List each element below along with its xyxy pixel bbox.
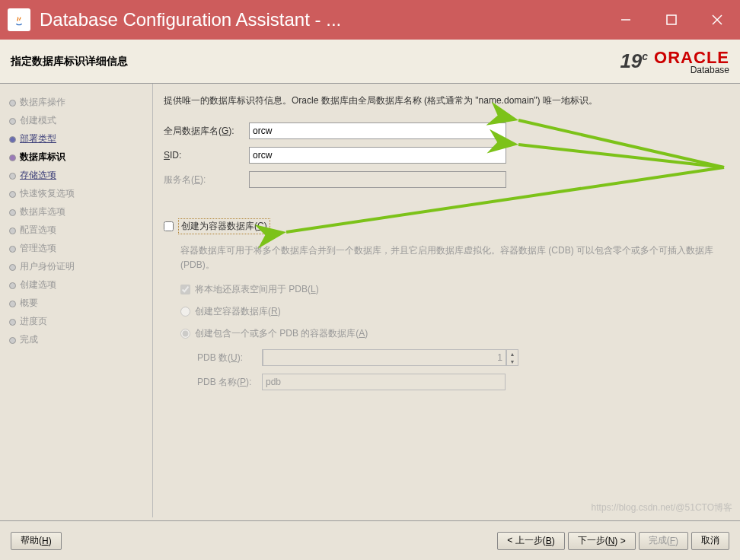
wizard-step-11: 概要 bbox=[8, 294, 148, 312]
container-description: 容器数据库可用于将多个数据库合并到一个数据库，并且它启用数据库虚拟化。容器数据库… bbox=[180, 243, 725, 272]
pdb-count-spinner: ▲▼ bbox=[262, 349, 518, 366]
local-undo-checkbox bbox=[180, 285, 190, 294]
pdb-count-input bbox=[263, 349, 506, 366]
global-db-input[interactable] bbox=[249, 123, 506, 139]
wizard-step-7: 配置选项 bbox=[8, 221, 148, 239]
service-label: 服务名(E): bbox=[164, 173, 249, 186]
maximize-button[interactable] bbox=[649, 0, 694, 40]
wizard-step-5: 快速恢复选项 bbox=[8, 184, 148, 202]
global-db-label: 全局数据库名(G): bbox=[164, 125, 249, 138]
pdb-name-label: PDB 名称(P): bbox=[197, 376, 262, 389]
back-button[interactable]: < 上一步(B) bbox=[497, 532, 564, 550]
wizard-step-0: 数据库操作 bbox=[8, 93, 148, 111]
container-checkbox[interactable] bbox=[164, 221, 174, 231]
finish-button: 完成(F) bbox=[639, 532, 688, 550]
wizard-step-1: 创建模式 bbox=[8, 111, 148, 129]
watermark: https://blog.csdn.net/@51CTO博客 bbox=[592, 501, 732, 514]
wizard-sidebar: 数据库操作创建模式部署类型数据库标识存储选项快速恢复选项数据库选项配置选项管理选… bbox=[0, 84, 152, 517]
spinner-up-icon: ▲ bbox=[507, 350, 518, 358]
wizard-step-9: 用户身份证明 bbox=[8, 257, 148, 275]
page-title: 指定数据库标识详细信息 bbox=[11, 55, 128, 68]
wizard-step-4[interactable]: 存储选项 bbox=[8, 166, 148, 184]
footer-bar: 帮助(H) < 上一步(B) 下一步(N) > 完成(F) 取消 bbox=[0, 520, 740, 560]
wizard-step-3: 数据库标识 bbox=[8, 148, 148, 166]
pdb-name-input bbox=[262, 374, 506, 390]
help-button[interactable]: 帮助(H) bbox=[11, 532, 62, 550]
description-text: 提供唯一的数据库标识符信息。Oracle 数据库由全局数据库名称 (格式通常为 … bbox=[164, 94, 725, 107]
header-band: 指定数据库标识详细信息 19c ORACLEDatabase bbox=[0, 40, 740, 84]
service-input bbox=[249, 171, 506, 188]
empty-cdb-label: 创建空容器数据库(R) bbox=[195, 305, 281, 318]
with-pdb-radio bbox=[180, 329, 190, 339]
main-panel: 提供唯一的数据库标识符信息。Oracle 数据库由全局数据库名称 (格式通常为 … bbox=[152, 84, 740, 517]
titlebar: Database Configuration Assistant - ... bbox=[0, 0, 740, 40]
next-button[interactable]: 下一步(N) > bbox=[568, 532, 636, 550]
wizard-step-6: 数据库选项 bbox=[8, 202, 148, 221]
spinner-down-icon: ▼ bbox=[507, 358, 518, 365]
wizard-step-13: 完成 bbox=[8, 330, 148, 348]
wizard-step-2[interactable]: 部署类型 bbox=[8, 129, 148, 148]
window-title: Database Configuration Assistant - ... bbox=[40, 9, 603, 30]
with-pdb-label: 创建包含一个或多个 PDB 的容器数据库(A) bbox=[195, 327, 368, 340]
cancel-button[interactable]: 取消 bbox=[691, 532, 729, 550]
wizard-step-12: 进度页 bbox=[8, 312, 148, 330]
wizard-step-10: 创建选项 bbox=[8, 275, 148, 294]
sid-label: SID: bbox=[164, 150, 249, 161]
brand-logo: 19c ORACLEDatabase bbox=[620, 48, 729, 75]
local-undo-label: 将本地还原表空间用于 PDB(L) bbox=[195, 283, 319, 296]
sid-input[interactable] bbox=[249, 147, 506, 164]
wizard-step-8: 管理选项 bbox=[8, 239, 148, 257]
pdb-count-label: PDB 数(U): bbox=[197, 352, 262, 364]
empty-cdb-radio bbox=[180, 307, 190, 317]
close-button[interactable] bbox=[694, 0, 740, 40]
minimize-button[interactable] bbox=[603, 0, 649, 40]
java-icon bbox=[8, 8, 30, 31]
container-label: 创建为容器数据库(C) bbox=[178, 218, 270, 234]
svg-rect-1 bbox=[667, 15, 676, 24]
